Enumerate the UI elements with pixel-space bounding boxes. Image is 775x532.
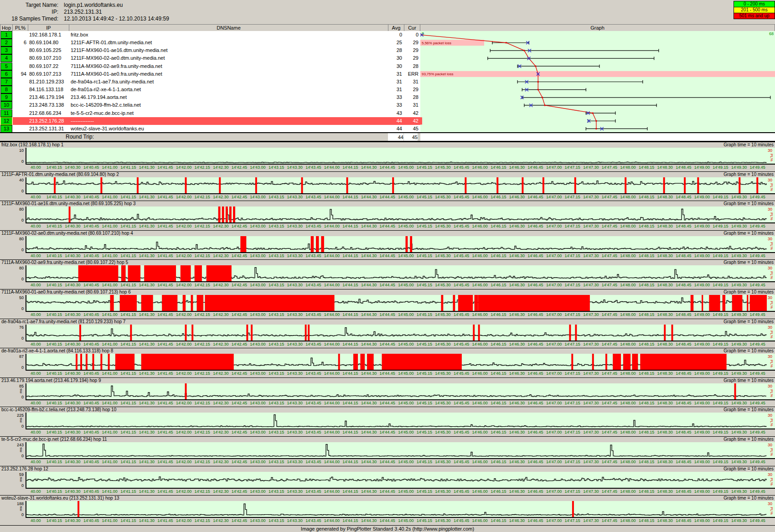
time-tick-label: 14'48.00 <box>620 165 636 170</box>
table-row[interactable]: 9213.46.179.194213.46.179.194.aorta.net3… <box>0 93 420 101</box>
time-tick-label: 14'49.30 <box>731 401 747 405</box>
col-header-pl[interactable]: PL% <box>12 24 28 31</box>
packet-loss-block <box>78 265 119 281</box>
time-tick-label: 14'45.15 <box>417 460 432 464</box>
time-tick-label: 14'46.30 <box>509 312 525 317</box>
time-tick-label: 14'49.30 <box>731 165 747 170</box>
time-tick-label: 14'45.45 <box>454 371 469 376</box>
time-tick-label: 14'44.30 <box>361 518 377 523</box>
time-tick-label: 14'45.15 <box>417 518 432 523</box>
strip-title: bcc-ic-145209-ffm-b2.c.telia.net (213.24… <box>1 407 116 413</box>
packet-loss-bar <box>305 325 307 341</box>
table-row[interactable]: 580.69.107.227111A-MX960-02-ae9.fra.unit… <box>0 62 420 70</box>
time-tick-label: 14'42.45 <box>232 195 247 199</box>
col-header-avg[interactable]: Avg <box>388 24 404 31</box>
time-tick-label: 14'49.30 <box>731 518 747 523</box>
table-row[interactable]: 1192.168.178.1fritz.box00 <box>0 31 420 39</box>
y-zero-label: 0 <box>1 483 24 488</box>
time-tick-label: 14'43.15 <box>269 518 284 523</box>
y-zero-label: 0 <box>1 248 24 252</box>
time-tick-label: 14'45.15 <box>417 312 432 317</box>
time-tick-label: 14'45.00 <box>398 253 413 258</box>
table-row[interactable]: 10213.248.73.138bcc-ic-145209-ffm-b2.c.t… <box>0 101 420 109</box>
time-tick-label: 14'42.15 <box>195 401 210 405</box>
ip-cell: 213.252.176.28 <box>29 117 69 125</box>
table-row[interactable]: 884.116.133.118de-fra01a-ri2-xe-4-1-1.ao… <box>0 86 420 93</box>
time-tick-label: 14'43.45 <box>305 312 321 317</box>
time-tick-label: 40.00 <box>31 518 41 523</box>
col-header-cur[interactable]: Cur <box>404 24 420 31</box>
time-tick-label: 14'46.30 <box>509 342 525 346</box>
time-tick-label: 14'46.45 <box>527 312 543 317</box>
hop-number-cell: 1 <box>0 31 12 39</box>
time-tick-label: 14'47.15 <box>565 224 580 228</box>
time-tick-label: 14'42.30 <box>213 195 228 199</box>
time-tick-label: 14'44.30 <box>361 253 377 258</box>
time-tick-label: 14'48.45 <box>676 489 691 494</box>
col-header-hop[interactable]: Hop <box>0 24 13 31</box>
ip-cell: 213.252.131.31 <box>29 125 69 133</box>
table-row[interactable]: 11212.68.66.234te-5-5-cr2-muc.de.bcc-ip.… <box>0 109 420 117</box>
samples-label: 18 Samples Timed: <box>0 15 58 22</box>
dns-cell: de-fra01a-ri2-xe-4-1-1.aorta.net <box>71 86 385 93</box>
time-tick-label: 14'48.15 <box>639 518 654 523</box>
time-tick-label: 14'48.45 <box>676 430 691 434</box>
samples-value: 12.10.2013 14:49:42 - 12.10.2013 14:49:5… <box>64 15 169 22</box>
time-tick-label: 14'41.30 <box>139 460 155 464</box>
time-tick-label: 14'49.15 <box>713 518 728 523</box>
time-tick-label: 14'40.30 <box>65 371 80 376</box>
time-tick-label: 14'47.00 <box>546 195 562 199</box>
table-row[interactable]: 380.69.105.2251211F-MX960-01-ae16.dtm.un… <box>0 46 420 54</box>
hop-number-cell: 4 <box>0 54 12 62</box>
table-row[interactable]: 69480.69.107.2137111A-MX960-01-ae0.fra.u… <box>0 70 420 78</box>
packet-loss-bar <box>219 177 221 193</box>
time-tick-label: 14'46.45 <box>527 283 543 287</box>
time-tick-label: 14'48.15 <box>639 195 654 199</box>
plot-bg <box>26 236 775 253</box>
col-header-graph[interactable]: Graph <box>420 24 775 31</box>
packet-loss-bar <box>734 383 736 399</box>
time-tick-label: 14'48.45 <box>676 518 691 523</box>
time-tick-label: 14'49.30 <box>731 195 747 199</box>
time-tick-label: 14'48.45 <box>676 165 691 170</box>
time-tick-label: 14'42.15 <box>195 371 210 376</box>
time-tick-label: 14'48.30 <box>657 195 673 199</box>
packet-loss-cell <box>12 54 26 62</box>
avg-latency-dot <box>506 42 507 43</box>
time-tick-label: 14'43.00 <box>250 312 265 317</box>
packet-loss-bar <box>664 325 666 341</box>
time-tick-label: 14'44.00 <box>324 342 340 346</box>
time-tick-label: 14'42.15 <box>195 312 210 317</box>
packet-loss-bar <box>246 325 248 341</box>
time-tick-label: 14'40.45 <box>83 518 99 523</box>
col-header-dns[interactable]: DNSName <box>69 24 388 31</box>
packet-loss-cell <box>12 86 26 93</box>
time-tick-label: 14'47.00 <box>546 342 562 346</box>
table-row[interactable]: 12213.252.176.28--------------4442 <box>0 117 420 125</box>
plot-bg <box>26 442 775 459</box>
time-tick-label: 14'46.15 <box>491 253 506 258</box>
time-tick-label: 14'40.30 <box>65 224 80 228</box>
y-axis-line <box>26 236 26 253</box>
time-tick-label: 14'49.15 <box>713 224 728 228</box>
time-tick-label: 14'40.15 <box>46 342 62 346</box>
time-tick-label: 14'42.30 <box>213 224 228 228</box>
time-tick-label: 14'43.15 <box>269 342 284 346</box>
time-tick-label: 14'42.45 <box>232 518 247 523</box>
y-zero-label: 0 <box>1 336 24 341</box>
time-tick-label: 14'42.30 <box>213 401 228 405</box>
time-tick-label: 14'41.00 <box>102 518 118 523</box>
col-header-ip[interactable]: IP <box>28 24 69 31</box>
pl-max-label: 30 <box>768 207 772 212</box>
time-tick-label: 14'47.30 <box>583 460 599 464</box>
time-tick-label: 14'44.00 <box>324 195 340 199</box>
table-row[interactable]: 781.210.129.233de-fra04a-rc1-ae7.fra.uni… <box>0 78 420 86</box>
time-tick-label: 14'41.15 <box>120 460 136 464</box>
table-row[interactable]: 2680.69.104.801211F-AFTR-01.dtm.unity-me… <box>0 39 420 46</box>
time-tick-label: 14'47.30 <box>583 430 599 434</box>
table-row[interactable]: 480.69.107.2101211F-MX960-02-ae0.dtm.uni… <box>0 54 420 62</box>
time-tick-label: 14'45.45 <box>454 312 469 317</box>
table-row[interactable]: 13213.252.131.31woteu2-slave-31.worldoft… <box>0 125 420 133</box>
target-ip-label: IP: <box>0 9 58 15</box>
time-tick-label: 14'41.45 <box>157 401 173 405</box>
